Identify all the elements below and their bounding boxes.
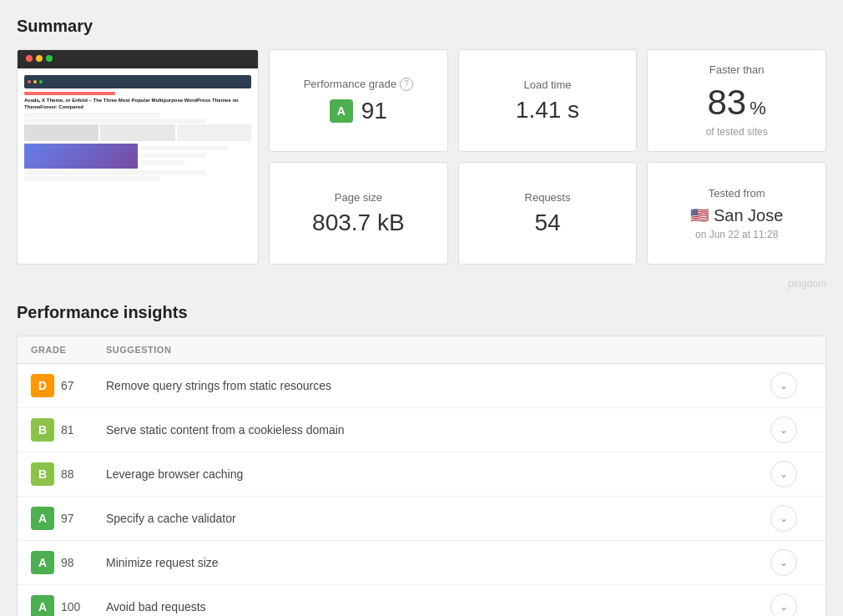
expand-button[interactable]: ⌄ [770, 372, 797, 399]
faster-percent: 83 [708, 83, 747, 123]
dot-yellow [36, 55, 43, 62]
pingdom-logo: pingdom [17, 278, 826, 290]
sc-img-block [24, 144, 138, 169]
insight-grade-cell: B 81 [31, 418, 106, 442]
location-city: San Jose [714, 206, 783, 225]
col-suggestion-header: SUGGESTION [106, 345, 770, 355]
expand-button[interactable]: ⌄ [770, 505, 797, 532]
faster-unit: % [750, 98, 766, 119]
load-time-label: Load time [523, 78, 571, 91]
page-size-card: Page size 803.7 kB [269, 162, 448, 265]
insight-suggestion: Minimize request size [106, 556, 770, 569]
insights-title: Performance insights [17, 303, 826, 322]
expand-button[interactable]: ⌄ [770, 593, 797, 616]
sc-title-text: Avada, X Theme, or Enfold – The Three Mo… [24, 98, 251, 111]
insight-row: D 67 Remove query strings from static re… [18, 364, 825, 408]
insight-grade-cell: A 98 [31, 551, 106, 574]
requests-value: 54 [534, 210, 560, 236]
nav-dot [39, 80, 43, 83]
requests-label: Requests [525, 191, 571, 204]
faster-than-sub: of tested sites [706, 126, 768, 138]
load-time-card: Load time 1.41 s [458, 49, 638, 152]
insight-score: 100 [61, 600, 84, 613]
sc-text [24, 170, 206, 175]
sc-text-col [139, 144, 251, 169]
insight-grade-cell: B 88 [31, 462, 106, 486]
col-grade-header: GRADE [31, 345, 106, 355]
sc-card [100, 124, 174, 141]
insights-table: GRADE SUGGESTION D 67 Remove query strin… [17, 336, 826, 616]
performance-score: 91 [361, 98, 387, 124]
page-size-value: 803.7 kB [312, 210, 405, 236]
dot-green [46, 55, 53, 62]
insight-row: B 88 Leverage browser caching ⌄ [18, 452, 825, 497]
insight-suggestion: Serve static content from a cookieless d… [106, 423, 770, 437]
page-size-label: Page size [335, 191, 382, 204]
sc-line [141, 153, 206, 158]
expand-button[interactable]: ⌄ [770, 417, 797, 443]
expand-button[interactable]: ⌄ [770, 549, 797, 576]
insight-score: 67 [61, 379, 84, 392]
insight-suggestion: Remove query strings from static resourc… [106, 379, 770, 392]
insight-grade-badge: B [31, 462, 54, 486]
performance-grade-card: Performance grade ? A 91 [269, 49, 448, 152]
insight-suggestion: Avoid bad requests [106, 600, 770, 613]
insight-grade-badge: B [31, 418, 54, 442]
insight-grade-cell: A 100 [31, 595, 106, 616]
window-dots [26, 55, 53, 62]
sc-text [24, 176, 160, 181]
tested-from-date: on Jun 22 at 11:28 [695, 229, 778, 240]
nav-dot [33, 80, 37, 83]
sc-line [141, 160, 184, 165]
insight-row: B 81 Serve static content from a cookiel… [18, 408, 825, 452]
insight-grade-badge: D [31, 374, 54, 397]
insight-grade-cell: A 97 [31, 507, 106, 530]
grade-badge-a: A [330, 99, 353, 123]
sc-card [24, 124, 98, 141]
performance-grade-display: A 91 [330, 98, 387, 124]
sc-nav [24, 75, 251, 88]
screenshot-card: Avada, X Theme, or Enfold – The Three Mo… [17, 49, 259, 265]
insight-score: 81 [61, 423, 84, 437]
screenshot-content: Avada, X Theme, or Enfold – The Three Mo… [18, 68, 258, 217]
us-flag-icon: 🇺🇸 [690, 206, 709, 225]
sc-image-row [24, 144, 251, 169]
screenshot-image: Avada, X Theme, or Enfold – The Three Mo… [18, 50, 258, 217]
insight-row: A 98 Minimize request size ⌄ [18, 541, 825, 585]
insight-grade-badge: A [31, 595, 54, 616]
insight-row: A 97 Specify a cache validator ⌄ [18, 497, 825, 541]
sc-card [177, 124, 251, 141]
faster-than-card: Faster than 83 % of tested sites [647, 49, 826, 152]
load-time-value: 1.41 s [516, 98, 579, 124]
insight-row: A 100 Avoid bad requests ⌄ [18, 585, 825, 616]
insight-score: 88 [61, 467, 84, 481]
insight-score: 97 [61, 512, 84, 525]
insight-grade-cell: D 67 [31, 374, 106, 397]
expand-button[interactable]: ⌄ [770, 461, 797, 487]
requests-card: Requests 54 [458, 162, 638, 265]
insights-header: GRADE SUGGESTION [18, 336, 825, 364]
sc-cards [24, 124, 251, 141]
info-icon[interactable]: ? [400, 78, 413, 91]
dot-red [26, 55, 33, 62]
insights-rows: D 67 Remove query strings from static re… [18, 364, 825, 616]
performance-grade-label: Performance grade ? [304, 78, 413, 91]
metrics-grid: Performance grade ? A 91 Load time 1.41 … [269, 49, 826, 265]
sc-text [24, 119, 206, 124]
insight-suggestion: Leverage browser caching [106, 467, 770, 481]
summary-title: Summary [17, 17, 826, 36]
insight-grade-badge: A [31, 551, 54, 574]
nav-dot [28, 80, 31, 83]
insight-suggestion: Specify a cache validator [106, 512, 770, 525]
sc-line [141, 145, 228, 150]
faster-than-display: 83 % [708, 83, 766, 123]
tested-from-location: 🇺🇸 San Jose [690, 206, 783, 225]
summary-grid: Avada, X Theme, or Enfold – The Three Mo… [17, 49, 826, 265]
sc-text [24, 113, 160, 118]
faster-than-label: Faster than [709, 63, 765, 76]
insight-grade-badge: A [31, 507, 54, 530]
sc-header-bar [24, 92, 115, 95]
insight-score: 98 [61, 556, 84, 569]
tested-from-card: Tested from 🇺🇸 San Jose on Jun 22 at 11:… [647, 162, 826, 265]
tested-from-label: Tested from [709, 187, 765, 199]
